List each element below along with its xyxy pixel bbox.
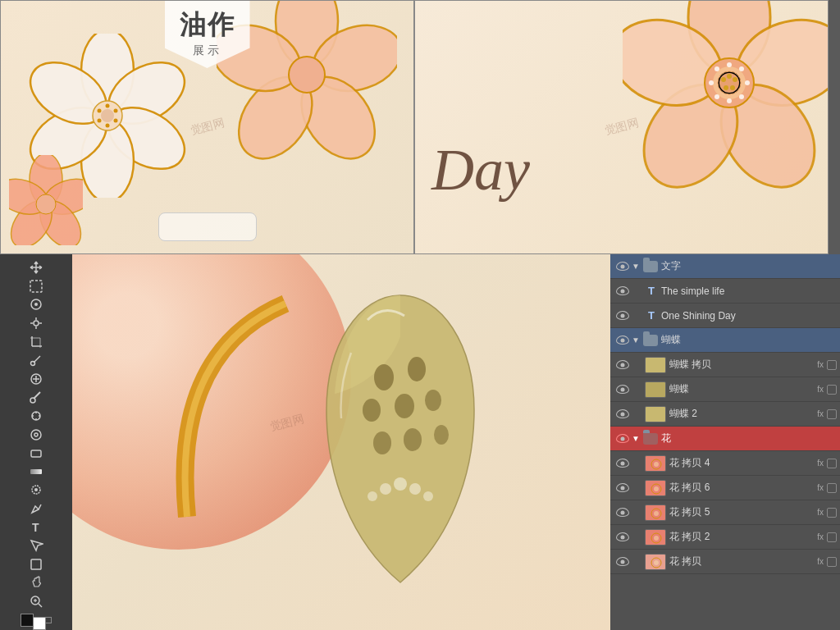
svg-point-39 [714,94,719,99]
hand-tool[interactable] [3,574,69,591]
layer-eye-f[interactable] [614,553,632,571]
layer-flower-copy-5[interactable]: 花 拷贝 5 fx [610,500,840,525]
svg-point-16 [114,119,118,123]
magic-wand-tool[interactable] [3,315,69,332]
layer-fx-f4: fx [817,459,824,468]
layer-group-wenzi[interactable]: ▼ 文字 [610,254,840,279]
layer-flower-copy-2[interactable]: 花 拷贝 2 fx [610,525,840,550]
layer-eye-wenzi[interactable] [614,258,632,276]
bottom-section: T [0,254,840,630]
layer-arrow-wenzi[interactable]: ▼ [632,262,643,271]
svg-rect-75 [30,469,42,474]
svg-point-25 [36,194,56,214]
zoom-tool[interactable] [3,593,69,610]
layer-name-b2: 蝴蝶 2 [669,407,817,421]
move-tool[interactable] [3,259,69,276]
layer-eye-f6[interactable] [614,479,632,497]
layer-eye-b[interactable] [614,381,632,399]
layer-eye-f5[interactable] [614,504,632,522]
select-tool[interactable] [3,278,69,295]
layer-thumb-f6 [645,480,666,496]
canvas-area: 油作 展示 觉图网 [0,0,840,254]
layer-butterfly-2[interactable]: 蝴蝶 2 fx [610,402,840,427]
layer-thumb-bc [645,357,666,373]
svg-point-44 [733,77,737,82]
layer-name-b: 蝴蝶 [669,382,817,396]
lasso-tool[interactable] [3,296,69,313]
svg-point-47 [721,77,726,82]
shape-tool[interactable] [3,556,69,573]
canvas-left[interactable]: 油作 展示 觉图网 [0,0,414,254]
svg-point-41 [714,66,719,71]
layer-eye-simple[interactable] [614,282,632,300]
layer-name-day: One Shining Day [661,310,837,322]
layer-eye-butterfly-group[interactable] [614,331,632,349]
svg-text:T: T [32,521,39,534]
gradient-tool[interactable] [3,463,69,481]
layer-arrow-butterfly[interactable]: ▼ [632,336,643,345]
layer-fx-f: fx [817,557,824,566]
layer-group-butterfly[interactable]: ▼ 蝴蝶 [610,328,840,353]
layer-text-simple-life[interactable]: T The simple life [610,279,840,304]
svg-line-82 [39,604,42,607]
layer-fx-f5: fx [817,508,824,517]
svg-point-45 [730,85,735,90]
canvas-bottom[interactable]: 觉图网 [72,254,610,630]
path-select-tool[interactable] [3,537,69,555]
svg-point-15 [114,109,118,113]
layer-eye-flower-group[interactable] [614,430,632,448]
layer-text-one-shining-day[interactable]: T One Shining Day [610,304,840,328]
svg-point-37 [739,94,744,99]
svg-point-14 [106,104,110,108]
layer-name-wenzi: 文字 [661,259,837,273]
svg-point-101 [654,486,659,491]
eraser-tool[interactable] [3,445,69,462]
layer-group-flower[interactable]: ▼ 花 [610,427,840,451]
svg-point-87 [363,399,381,422]
spot-heal-tool[interactable] [3,371,69,388]
text-tool[interactable]: T [3,518,69,536]
crop-tool[interactable] [3,333,69,350]
svg-point-66 [30,398,35,403]
svg-line-78 [39,504,41,509]
svg-point-96 [423,491,433,501]
foreground-background[interactable] [3,613,69,628]
eyedropper-tool[interactable] [3,352,69,369]
svg-point-94 [409,483,421,495]
folder-icon-butterfly [643,335,658,346]
svg-point-77 [34,488,38,491]
tag-text-sub: 展示 [180,43,235,58]
svg-point-93 [394,477,407,491]
layer-butterfly[interactable]: 蝴蝶 fx [610,377,840,402]
layer-flower-copy[interactable]: 花 拷贝 fx [610,550,840,574]
blur-tool[interactable] [3,482,69,499]
layer-flower-copy-4[interactable]: 花 拷贝 4 fx [610,451,840,476]
svg-point-13 [101,109,114,122]
layer-chain-f [827,557,837,567]
layer-flower-copy-6[interactable]: 花 拷贝 6 fx [610,476,840,500]
layer-name-f6: 花 拷贝 6 [669,481,817,495]
folder-icon-flower [643,433,658,445]
text-layer-icon-day: T [645,309,658,322]
svg-point-34 [727,62,732,67]
layer-eye-b2[interactable] [614,405,632,423]
svg-point-18 [98,119,102,123]
svg-point-35 [739,66,744,71]
layer-butterfly-copy[interactable]: 蝴蝶 拷贝 fx [610,353,840,377]
layer-eye-bc[interactable] [614,356,632,374]
layer-eye-day[interactable] [614,307,632,325]
svg-point-61 [31,362,35,366]
svg-point-50 [34,303,38,306]
brush-tool[interactable] [3,389,69,406]
layer-eye-f4[interactable] [614,454,632,472]
svg-point-88 [395,394,414,418]
svg-point-86 [408,357,426,381]
pen-tool[interactable] [3,500,69,518]
history-tool[interactable] [3,426,69,443]
svg-point-107 [654,560,659,565]
layer-eye-f2[interactable] [614,528,632,546]
clone-tool[interactable] [3,408,69,425]
layer-arrow-flower[interactable]: ▼ [632,434,643,443]
layer-thumb-f2 [645,529,666,546]
canvas-right[interactable]: Day 觉图网 [414,0,829,254]
